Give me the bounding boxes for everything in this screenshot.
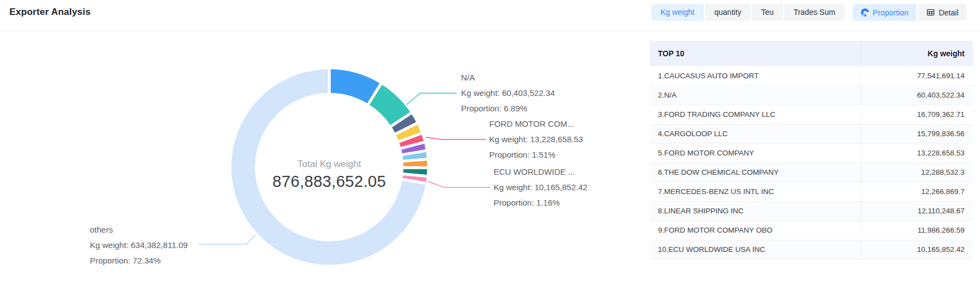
tab-detail[interactable]: Detail [918, 4, 967, 21]
tab-kg-weight[interactable]: Kg weight [651, 4, 704, 21]
leader-line-others [199, 235, 255, 244]
exporter-name-cell: 8.LINEAR SHIPPING INC [650, 201, 861, 221]
exporter-name-cell: 9.FORD MOTOR COMPANY OBO [650, 221, 861, 240]
total-kg-weight-label: Total Kg weight [247, 159, 412, 170]
annotation-kg-weight: Kg weight: 10,165,852.42 [494, 180, 587, 195]
kg-weight-cell: 15,799,836.56 [861, 124, 973, 143]
annotation-ford: FORD MOTOR COM...Kg weight: 13,228,658.5… [489, 116, 583, 163]
leader-line-ford [426, 137, 486, 139]
annotation-kg-weight: Kg weight: 60,403,522.34 [461, 85, 555, 101]
kg-weight-cell: 12,288,532.3 [861, 163, 973, 182]
annotation-ecu: ECU WORLDWIDE ...Kg weight: 10,165,852.4… [494, 164, 587, 211]
annotation-kg-weight: Kg weight: 13,228,658.53 [489, 132, 583, 147]
tab-label: Proportion [873, 8, 909, 17]
table-header-row: TOP 10 Kg weight [650, 41, 973, 66]
measure-tab-group: Kg weightquantityTeuTrades Sum [651, 4, 845, 21]
annotation-title: FORD MOTOR COM... [489, 116, 583, 132]
table-row: 10.ECU WORLDWIDE USA INC10,165,852.42 [650, 240, 973, 259]
exporter-name-cell: 7.MERCEDES-BENZ US INTL INC [650, 182, 861, 201]
kg-weight-cell: 77,541,691.14 [861, 66, 973, 85]
kg-weight-cell: 60,403,522.34 [861, 85, 973, 105]
tab-quantity[interactable]: quantity [705, 4, 751, 21]
table-row: 4.CARGOLOOP LLC15,799,836.56 [650, 124, 973, 143]
annotation-proportion: Proportion: 1.16% [494, 195, 587, 211]
tab-proportion[interactable]: Proportion [853, 4, 917, 21]
kg-weight-cell: 12,266,869.7 [861, 182, 973, 201]
exporter-name-cell: 10.ECU WORLDWIDE USA INC [650, 240, 861, 259]
leader-line-ecu [428, 181, 490, 187]
kg-weight-cell: 11,986,266.59 [861, 221, 973, 240]
chart-center-label: Total Kg weight 876,883,652.05 [247, 159, 412, 191]
table-row: 5.FORD MOTOR COMPANY13,228,658.53 [650, 143, 973, 163]
table-icon [927, 8, 935, 17]
tab-teu[interactable]: Teu [752, 4, 783, 21]
donut-chart-region: N/AKg weight: 60,403,522.34Proportion: 6… [0, 31, 612, 285]
column-header-top10: TOP 10 [650, 41, 861, 66]
table-row: 7.MERCEDES-BENZ US INTL INC12,266,869.7 [650, 182, 973, 201]
page-title: Exporter Analysis [9, 4, 90, 20]
leader-line-na [406, 93, 457, 105]
exporter-name-cell: 2.N/A [650, 85, 861, 105]
annotation-proportion: Proportion: 6.89% [461, 101, 555, 116]
kg-weight-cell: 10,165,852.42 [861, 240, 973, 259]
table-row: 9.FORD MOTOR COMPANY OBO11,986,266.59 [650, 221, 973, 240]
exporter-name-cell: 1.CAUCASUS AUTO IMPORT [650, 66, 861, 85]
tab-trades-sum[interactable]: Trades Sum [784, 4, 845, 21]
kg-weight-cell: 13,228,658.53 [861, 143, 973, 163]
annotation-others: othersKg weight: 634,382,811.09Proportio… [90, 222, 188, 268]
table-row: 1.CAUCASUS AUTO IMPORT77,541,691.14 [650, 66, 973, 85]
exporter-name-cell: 4.CARGOLOOP LLC [650, 124, 861, 143]
annotation-kg-weight: Kg weight: 634,382,811.09 [90, 238, 188, 253]
panel-header: Exporter Analysis Kg weightquantityTeuTr… [0, 0, 980, 31]
exporter-name-cell: 5.FORD MOTOR COMPANY [650, 143, 861, 163]
annotation-title: others [90, 222, 188, 238]
annotation-proportion: Proportion: 72.34% [90, 253, 188, 268]
table-row: 8.LINEAR SHIPPING INC12,110,248.67 [650, 201, 973, 221]
annotation-na: N/AKg weight: 60,403,522.34Proportion: 6… [461, 70, 555, 116]
exporter-name-cell: 6.THE DOW CHEMICAL COMPANY [650, 163, 861, 182]
tab-label: Detail [939, 8, 958, 17]
table-row: 2.N/A60,403,522.34 [650, 85, 973, 105]
donut-chart-icon [861, 8, 869, 17]
tab-groups: Kg weightquantityTeuTrades Sum Proportio… [651, 4, 967, 21]
view-tab-group: ProportionDetail [853, 4, 967, 21]
kg-weight-cell: 12,110,248.67 [861, 201, 973, 221]
annotation-proportion: Proportion: 1.51% [489, 147, 583, 163]
annotation-title: ECU WORLDWIDE ... [494, 164, 587, 180]
kg-weight-cell: 16,709,362.71 [861, 105, 973, 124]
top10-table: TOP 10 Kg weight 1.CAUCASUS AUTO IMPORT7… [650, 41, 973, 260]
exporter-name-cell: 3.FORD TRADING COMPANY LLC [650, 105, 861, 124]
annotation-title: N/A [461, 70, 555, 85]
total-kg-weight-value: 876,883,652.05 [247, 173, 412, 191]
table-row: 6.THE DOW CHEMICAL COMPANY12,288,532.3 [650, 163, 973, 182]
table-row: 3.FORD TRADING COMPANY LLC16,709,362.71 [650, 105, 973, 124]
column-header-kg-weight: Kg weight [861, 41, 973, 66]
